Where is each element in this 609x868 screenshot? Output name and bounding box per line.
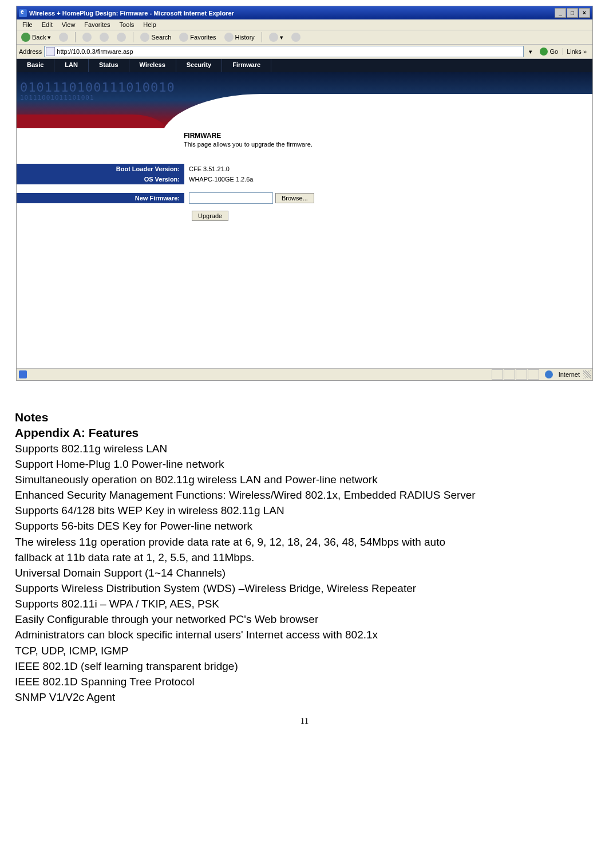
banner: 010111010011101001010111001011101001 bbox=[17, 72, 592, 128]
ie-window: Wireless + HomePlug Design: Firmware - M… bbox=[16, 6, 593, 381]
home-icon bbox=[117, 33, 126, 42]
feature-line: Supports 802.11g wireless LAN bbox=[15, 441, 594, 456]
menu-view[interactable]: View bbox=[58, 21, 79, 29]
feature-line: Supports 56-bits DES Key for Power-line … bbox=[15, 518, 594, 534]
favorites-button[interactable]: Favorites bbox=[177, 32, 218, 42]
history-label: History bbox=[235, 34, 255, 41]
back-label: Back bbox=[32, 34, 46, 41]
window-title: Wireless + HomePlug Design: Firmware - M… bbox=[29, 10, 234, 17]
menu-help[interactable]: Help bbox=[140, 21, 160, 29]
titlebar: Wireless + HomePlug Design: Firmware - M… bbox=[17, 6, 592, 19]
feature-line: Support Home-Plug 1.0 Power-line network bbox=[15, 456, 594, 472]
stop-button[interactable] bbox=[80, 32, 94, 42]
page-subtitle: This page allows you to upgrade the firm… bbox=[184, 141, 592, 148]
banner-decoration: 010111010011101001010111001011101001 bbox=[20, 84, 175, 102]
separator bbox=[133, 32, 133, 42]
boot-version-value: CFE 3.51.21.0 bbox=[184, 165, 230, 172]
status-cell bbox=[504, 369, 515, 380]
address-dropdown-icon[interactable]: ▾ bbox=[526, 48, 535, 56]
page-title: FIRMWARE bbox=[184, 132, 592, 140]
search-button[interactable]: Search bbox=[138, 32, 173, 42]
internet-zone-label: Internet bbox=[559, 371, 580, 378]
page-content: Basic LAN Status Wireless Security Firmw… bbox=[17, 59, 592, 368]
nav-tabs: Basic LAN Status Wireless Security Firmw… bbox=[17, 59, 592, 72]
history-button[interactable]: History bbox=[222, 32, 257, 42]
forward-button[interactable] bbox=[57, 32, 70, 42]
feature-line: Supports 64/128 bits WEP Key in wireless… bbox=[15, 503, 594, 518]
ie-icon bbox=[19, 9, 27, 17]
feature-line: fallback at 11b data rate at 1, 2, 5.5, … bbox=[15, 550, 594, 565]
appendix-heading: Appendix A: Features bbox=[15, 425, 594, 440]
address-input[interactable]: http://10.0.0.3/firmware.asp bbox=[44, 46, 524, 57]
tab-wireless[interactable]: Wireless bbox=[129, 59, 176, 72]
refresh-button[interactable] bbox=[97, 32, 111, 42]
dropdown-icon: ▾ bbox=[48, 34, 51, 41]
feature-line: IEEE 802.1D (self learning transparent b… bbox=[15, 658, 594, 674]
tab-security[interactable]: Security bbox=[176, 59, 222, 72]
stop-icon bbox=[82, 33, 92, 42]
favorites-icon bbox=[179, 33, 188, 42]
os-version-value: WHAPC-100GE 1.2.6a bbox=[184, 176, 254, 183]
new-firmware-row: New Firmware: Browse... bbox=[17, 192, 592, 204]
status-cell bbox=[516, 369, 527, 380]
boot-version-row: Boot Loader Version: CFE 3.51.21.0 bbox=[17, 164, 592, 174]
mail-button[interactable]: ▾ bbox=[267, 32, 286, 42]
menu-edit[interactable]: Edit bbox=[38, 21, 56, 29]
menubar: File Edit View Favorites Tools Help bbox=[17, 19, 592, 30]
notes-heading: Notes bbox=[15, 409, 594, 425]
feature-line: Administrators can block specific intern… bbox=[15, 627, 594, 642]
feature-line: The wireless 11g operation provide data … bbox=[15, 534, 594, 550]
feature-line: Supports Wireless Distribution System (W… bbox=[15, 581, 594, 596]
address-url: http://10.0.0.3/firmware.asp bbox=[57, 48, 133, 55]
document-body: Notes Appendix A: Features Supports 802.… bbox=[15, 409, 594, 705]
menu-favorites[interactable]: Favorites bbox=[81, 21, 113, 29]
refresh-icon bbox=[100, 33, 109, 42]
upgrade-button[interactable]: Upgrade bbox=[192, 211, 228, 221]
feature-line: SNMP V1/V2c Agent bbox=[15, 689, 594, 705]
menu-file[interactable]: File bbox=[19, 21, 36, 29]
new-firmware-label: New Firmware: bbox=[17, 193, 184, 203]
back-button[interactable]: Back ▾ bbox=[19, 32, 53, 42]
status-ie-icon bbox=[19, 370, 27, 378]
links-button[interactable]: Links » bbox=[563, 48, 590, 55]
feature-line: TCP, UDP, ICMP, IGMP bbox=[15, 643, 594, 658]
internet-icon bbox=[545, 370, 553, 378]
banner-accent bbox=[17, 115, 167, 128]
os-version-label: OS Version: bbox=[17, 174, 184, 184]
dropdown-icon: ▾ bbox=[280, 34, 283, 41]
search-icon bbox=[140, 33, 149, 42]
close-button[interactable]: × bbox=[579, 8, 590, 18]
boot-version-label: Boot Loader Version: bbox=[17, 164, 184, 174]
page-number: 11 bbox=[0, 716, 609, 732]
addressbar: Address http://10.0.0.3/firmware.asp ▾ G… bbox=[17, 45, 592, 59]
browse-button[interactable]: Browse... bbox=[275, 193, 314, 203]
print-icon bbox=[291, 33, 300, 42]
tab-lan[interactable]: LAN bbox=[54, 59, 89, 72]
maximize-button[interactable]: □ bbox=[567, 8, 578, 18]
home-button[interactable] bbox=[114, 32, 128, 42]
feature-line: Easily Configurable through your network… bbox=[15, 611, 594, 627]
print-button[interactable] bbox=[289, 32, 303, 42]
search-label: Search bbox=[151, 34, 171, 41]
menu-tools[interactable]: Tools bbox=[116, 21, 138, 29]
back-icon bbox=[21, 33, 30, 42]
separator bbox=[75, 32, 76, 42]
minimize-button[interactable]: _ bbox=[555, 8, 566, 18]
history-icon bbox=[224, 33, 234, 42]
mail-icon bbox=[269, 33, 278, 42]
tab-status[interactable]: Status bbox=[89, 59, 129, 72]
page-header: FIRMWARE This page allows you to upgrade… bbox=[17, 128, 592, 148]
address-label: Address bbox=[19, 48, 42, 55]
tab-basic[interactable]: Basic bbox=[17, 59, 54, 72]
status-cell bbox=[528, 369, 539, 380]
resize-grip-icon[interactable] bbox=[583, 370, 591, 378]
feature-line: IEEE 802.1D Spanning Tree Protocol bbox=[15, 674, 594, 689]
forward-icon bbox=[59, 33, 68, 42]
go-button[interactable]: Go bbox=[537, 48, 560, 56]
page-icon bbox=[46, 47, 55, 56]
firmware-file-input[interactable] bbox=[189, 192, 273, 204]
tab-firmware[interactable]: Firmware bbox=[222, 59, 271, 72]
toolbar: Back ▾ Search Favorites History ▾ bbox=[17, 30, 592, 45]
feature-line: Universal Domain Support (1~14 Channels) bbox=[15, 565, 594, 581]
go-label: Go bbox=[549, 48, 558, 55]
